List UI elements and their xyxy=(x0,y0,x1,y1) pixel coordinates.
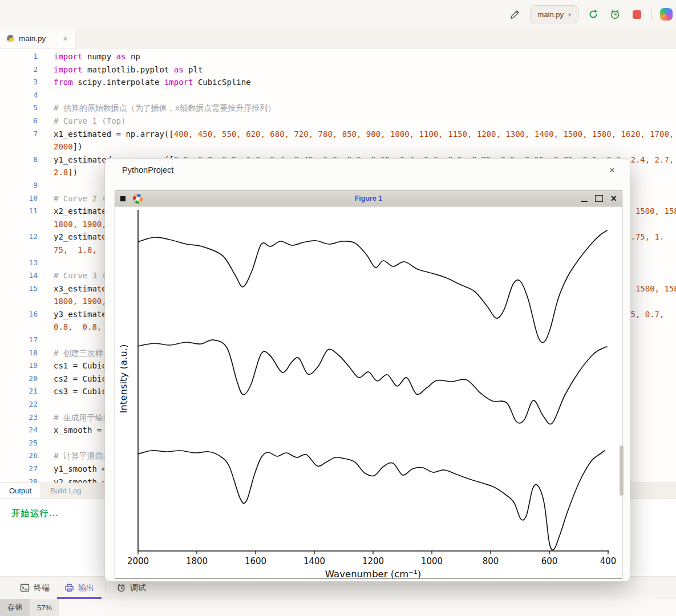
line-number: 22 xyxy=(0,398,54,411)
line-number: 18 xyxy=(0,347,54,360)
y-axis-label: Intensity (a.u.) xyxy=(118,345,129,414)
line-number xyxy=(0,244,54,257)
output-label: 输出 xyxy=(78,583,94,593)
line-number xyxy=(0,321,54,334)
line-number xyxy=(0,140,54,153)
line-number: 1 xyxy=(0,50,54,63)
line-number: 25 xyxy=(0,437,54,450)
maximize-icon[interactable] xyxy=(595,195,603,202)
code-line: # Curve 1 (Top) xyxy=(54,115,676,128)
figure-window: Figure 1 × 20001800160014001200100080060… xyxy=(115,191,622,579)
code-line: import matplotlib.pyplot as plt xyxy=(54,63,676,76)
terminal-label: 终端 xyxy=(34,583,50,593)
editor-tab-main-py[interactable]: main.py × xyxy=(0,29,75,48)
svg-text:1600: 1600 xyxy=(245,556,266,566)
scrollbar-thumb[interactable] xyxy=(620,445,624,496)
svg-text:1000: 1000 xyxy=(421,556,443,566)
pen-icon[interactable] xyxy=(508,7,522,21)
line-number: 26 xyxy=(0,449,54,463)
svg-text:1200: 1200 xyxy=(362,556,384,566)
line-number: 11 xyxy=(0,205,54,218)
line-number: 20 xyxy=(0,372,54,386)
storage-label: 存储 xyxy=(0,599,30,616)
plot-canvas: 200018001600140012001000800600400 Wavenu… xyxy=(115,206,622,578)
chevron-down-icon: ▾ xyxy=(568,11,571,18)
line-number: 17 xyxy=(0,334,54,347)
svg-text:800: 800 xyxy=(483,556,499,566)
line-number: 21 xyxy=(0,385,54,398)
printer-icon xyxy=(64,583,74,593)
stop-icon xyxy=(633,10,641,19)
svg-text:2000: 2000 xyxy=(127,556,149,566)
line-number: 16 xyxy=(0,308,54,321)
code-line: # 估算的原始数据点（为了插值，x轴数据点需要按升序排列） xyxy=(54,102,676,115)
code-row: 6# Curve 1 (Top) xyxy=(0,115,676,128)
stop-button[interactable] xyxy=(630,7,643,21)
top-toolbar: main.py ▾ xyxy=(0,0,676,29)
window-titlebar[interactable]: PythonProject × xyxy=(105,159,630,181)
line-number: 14 xyxy=(0,269,54,282)
code-line: 2000]) xyxy=(54,140,676,153)
minimize-icon[interactable] xyxy=(581,194,588,202)
debug-label: 调试 xyxy=(130,583,146,593)
figure-close-button[interactable]: × xyxy=(610,194,617,202)
svg-text:400: 400 xyxy=(600,556,617,566)
code-line: x1_estimated = np.array([400, 450, 550, … xyxy=(54,128,676,141)
window-close-button[interactable]: × xyxy=(609,165,615,175)
tab-build-log[interactable]: Build Log xyxy=(41,483,90,499)
code-row: 7x1_estimated = np.array([400, 450, 550,… xyxy=(0,128,676,141)
code-row: 2import matplotlib.pyplot as plt xyxy=(0,63,676,76)
clock-icon[interactable] xyxy=(608,7,622,21)
x-axis-label: Wavenumber (cm⁻¹) xyxy=(325,569,421,578)
terminal-icon xyxy=(20,583,30,593)
line-number: 8 xyxy=(0,153,54,167)
line-number: 4 xyxy=(0,89,54,102)
line-number: 15 xyxy=(0,282,54,295)
window-title: PythonProject xyxy=(122,165,173,175)
figure-title: Figure 1 xyxy=(115,194,622,202)
line-number: 27 xyxy=(0,463,54,476)
run-config-select[interactable]: main.py ▾ xyxy=(530,5,578,23)
figure-titlebar[interactable]: Figure 1 × xyxy=(115,191,622,206)
line-number: 7 xyxy=(0,128,54,141)
spectrum-curve-top xyxy=(138,230,607,342)
assistant-pinwheel-icon[interactable] xyxy=(660,8,673,21)
python-file-icon xyxy=(7,35,14,42)
svg-text:1800: 1800 xyxy=(186,556,208,566)
spectrum-curve-middle xyxy=(138,340,607,424)
tab-output[interactable]: Output xyxy=(0,483,41,499)
code-row: 3from scipy.interpolate import CubicSpli… xyxy=(0,76,676,89)
svg-text:600: 600 xyxy=(541,556,558,566)
editor-tab-bar: main.py × xyxy=(0,29,676,48)
python-project-window: PythonProject × Figure 1 × 2000180016001… xyxy=(104,158,630,582)
line-number xyxy=(0,295,54,308)
storage-percent: 57% xyxy=(30,599,59,616)
output-item[interactable]: 输出 xyxy=(57,577,102,599)
line-number: 9 xyxy=(0,179,54,192)
terminal-item[interactable]: 终端 xyxy=(13,577,57,599)
line-number: 13 xyxy=(0,257,54,270)
toolbar-divider xyxy=(105,582,106,593)
run-config-label: main.py xyxy=(537,10,564,19)
code-line: from scipy.interpolate import CubicSplin… xyxy=(54,76,676,89)
code-line: import numpy as np xyxy=(54,50,676,63)
line-number: 24 xyxy=(0,424,54,437)
line-number: 6 xyxy=(0,115,54,128)
line-number: 23 xyxy=(0,411,54,424)
tab-label: main.py xyxy=(19,34,46,43)
code-row: 1import numpy as np xyxy=(0,50,676,63)
code-row: 2000]) xyxy=(0,140,676,153)
spectra-plot: 200018001600140012001000800600400 Wavenu… xyxy=(115,206,622,578)
rerun-icon[interactable] xyxy=(586,7,600,21)
code-row: 4 xyxy=(0,89,676,102)
code-line xyxy=(54,89,676,102)
x-axis-ticks: 200018001600140012001000800600400 xyxy=(127,551,616,566)
line-number: 3 xyxy=(0,76,54,89)
line-number xyxy=(0,166,54,179)
svg-text:1400: 1400 xyxy=(303,556,325,566)
code-row: 5# 估算的原始数据点（为了插值，x轴数据点需要按升序排列） xyxy=(0,102,676,115)
line-number: 2 xyxy=(0,63,54,76)
close-icon[interactable]: × xyxy=(63,34,68,43)
line-number: 10 xyxy=(0,192,54,205)
status-bar: 存储 57% xyxy=(0,599,676,616)
